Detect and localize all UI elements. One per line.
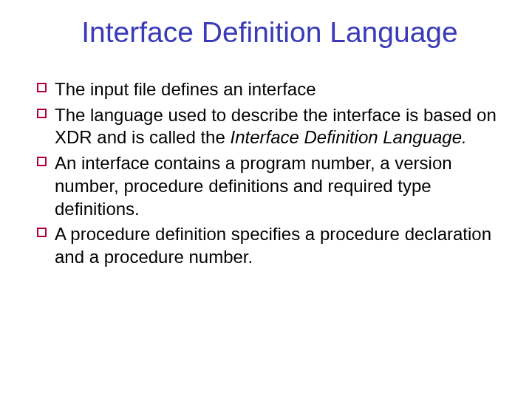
bullet-text-italic: Interface Definition Language. — [230, 127, 466, 147]
bullet-icon — [37, 157, 47, 166]
slide-title: Interface Definition Language — [37, 16, 502, 49]
bullet-text: An interface contains a program number, … — [55, 153, 452, 218]
list-item: The input file defines an interface — [37, 78, 502, 101]
slide: Interface Definition Language The input … — [0, 0, 532, 399]
list-item: The language used to describe the interf… — [37, 104, 502, 149]
bullet-icon — [37, 109, 47, 118]
bullet-icon — [37, 83, 47, 92]
bullet-text: The input file defines an interface — [55, 79, 316, 99]
bullet-icon — [37, 228, 47, 237]
bullet-text: A procedure definition specifies a proce… — [55, 224, 491, 267]
list-item: A procedure definition specifies a proce… — [37, 223, 502, 268]
bullet-list: The input file defines an interface The … — [37, 78, 502, 269]
list-item: An interface contains a program number, … — [37, 152, 502, 220]
